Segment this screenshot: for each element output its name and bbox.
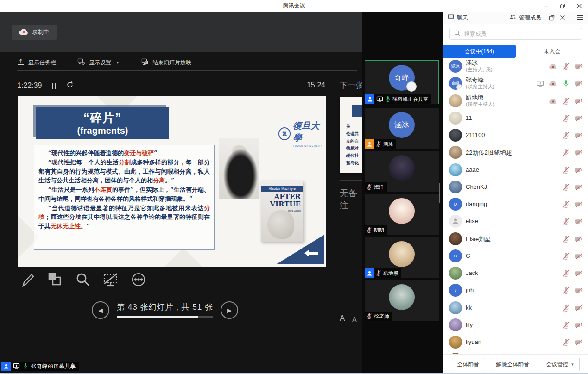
member-row[interactable]: Jjnh — [443, 282, 588, 299]
mic-muted-icon[interactable] — [562, 183, 570, 191]
camera-muted-icon[interactable] — [575, 166, 583, 174]
member-row[interactable] — [443, 351, 588, 354]
search-input[interactable] — [463, 30, 577, 37]
presenter-tool-0[interactable]: 显示任务栏 — [17, 58, 56, 67]
mic-muted-icon[interactable] — [562, 166, 570, 174]
mic-muted-icon[interactable] — [562, 62, 570, 70]
minimize-button[interactable] — [540, 1, 552, 11]
mic-muted-icon[interactable] — [562, 287, 570, 294]
camera-muted-icon[interactable] — [575, 200, 583, 208]
video-tile[interactable]: 趴地熊 — [365, 237, 439, 278]
pause-timer-button[interactable] — [52, 83, 56, 89]
member-list[interactable]: 涵冰涵冰(主持人, 我)奇峰张奇峰(联席主持人)趴地熊(联席主持人)112111… — [443, 58, 588, 354]
mic-muted-icon[interactable] — [562, 235, 570, 243]
member-row[interactable]: 涵冰涵冰(主持人, 我) — [443, 58, 588, 75]
camera-muted-icon[interactable] — [575, 338, 583, 346]
panel-menu-icon[interactable] — [574, 12, 585, 24]
mic-muted-icon[interactable] — [562, 97, 570, 105]
member-row[interactable]: liyuan — [443, 334, 588, 351]
mic-muted-icon[interactable] — [562, 114, 570, 122]
mic-muted-icon[interactable] — [562, 252, 570, 260]
camera-muted-icon[interactable] — [575, 321, 583, 329]
tab-chat[interactable]: 聊天 — [443, 12, 473, 24]
camera-muted-icon[interactable] — [575, 287, 583, 294]
camera-muted-icon[interactable] — [575, 62, 583, 70]
member-row[interactable]: 趴地熊(联席主持人) — [443, 93, 588, 110]
font-increase-button[interactable]: A — [340, 314, 345, 323]
video-tile[interactable]: 奇峰张奇峰正在共享 — [365, 60, 439, 104]
camera-muted-icon[interactable] — [575, 304, 583, 312]
screen-sharing-icon[interactable] — [536, 80, 544, 87]
member-row[interactable]: Ddanqing — [443, 196, 588, 213]
restart-timer-button[interactable] — [66, 81, 74, 90]
member-row[interactable]: Jack — [443, 265, 588, 282]
member-row[interactable]: 22新传2班鲍增超 — [443, 144, 588, 161]
camera-muted-icon[interactable] — [575, 218, 583, 225]
member-row[interactable]: elise — [443, 213, 588, 230]
video-tile[interactable]: 涵冰涵冰 — [365, 108, 439, 149]
member-row[interactable]: 211100 — [443, 127, 588, 144]
video-tile[interactable]: 徐老师 — [365, 280, 439, 321]
member-row[interactable]: Elsie刘星 — [443, 231, 588, 248]
camera-muted-icon[interactable] — [575, 149, 583, 156]
close-window-button[interactable] — [573, 1, 585, 11]
toolbar-divider — [17, 70, 357, 71]
pen-tool-button[interactable] — [19, 271, 36, 288]
video-tile[interactable]: 海洋 — [365, 151, 439, 192]
font-decrease-button[interactable]: A — [352, 316, 356, 323]
camera-muted-icon[interactable] — [575, 97, 583, 105]
member-row[interactable]: lily — [443, 317, 588, 334]
member-row[interactable]: GG — [443, 248, 588, 265]
video-strip-scrollbar[interactable] — [439, 183, 440, 203]
cloud-recording-icon[interactable] — [549, 80, 557, 87]
mic-muted-icon[interactable] — [562, 149, 570, 156]
member-row[interactable]: 奇峰张奇峰(联席主持人) — [443, 75, 588, 92]
previous-slide-button[interactable]: ◀ — [92, 301, 109, 319]
footer-button-0[interactable]: 全体静音 — [452, 358, 485, 371]
slide-sorter-button[interactable] — [46, 271, 64, 288]
member-row[interactable]: 11 — [443, 110, 588, 127]
video-tile[interactable]: 朗朗 — [365, 194, 439, 235]
close-panel-icon[interactable] — [557, 12, 568, 24]
presenter-tool-2[interactable]: 结束幻灯片放映 — [141, 58, 191, 67]
camera-muted-icon[interactable] — [575, 235, 583, 243]
seal-stamp — [406, 81, 417, 92]
footer-button-2[interactable]: 会议管控▼ — [541, 358, 580, 371]
mic-muted-icon[interactable] — [562, 321, 570, 329]
next-slide-button[interactable]: ▶ — [221, 301, 238, 319]
mic-muted-icon[interactable] — [562, 269, 570, 277]
cloud-recording-icon[interactable] — [549, 62, 557, 70]
filter-not-joined[interactable]: 未入会 — [516, 45, 588, 58]
member-row[interactable]: aaae — [443, 162, 588, 179]
more-options-button[interactable] — [130, 271, 147, 288]
cloud-recording-icon[interactable] — [549, 97, 557, 105]
macintyre-photo — [219, 138, 259, 199]
mic-muted-icon[interactable] — [562, 304, 570, 312]
mic-muted-icon[interactable] — [562, 218, 570, 225]
camera-muted-icon[interactable] — [575, 131, 583, 139]
camera-muted-icon[interactable] — [575, 80, 583, 87]
member-search-box[interactable] — [449, 28, 582, 40]
cloud-recording-icon — [19, 28, 28, 37]
presenter-tool-1[interactable]: 显示设置▼ — [77, 58, 120, 67]
restore-button[interactable] — [556, 1, 569, 11]
member-row[interactable]: ChenKJ — [443, 179, 588, 196]
mic-on-icon[interactable] — [562, 80, 570, 87]
mic-muted-icon[interactable] — [562, 338, 570, 346]
camera-muted-icon[interactable] — [575, 269, 583, 277]
camera-muted-icon[interactable] — [575, 114, 583, 122]
black-screen-button[interactable] — [102, 271, 120, 288]
filter-in-meeting[interactable]: 会议中(164) — [443, 45, 516, 58]
camera-muted-icon[interactable] — [575, 183, 583, 191]
popout-panel-icon[interactable] — [546, 12, 557, 24]
mic-muted-icon[interactable] — [562, 131, 570, 139]
avatar — [449, 301, 462, 314]
camera-muted-icon[interactable] — [575, 252, 583, 260]
zoom-tool-button[interactable] — [74, 271, 92, 288]
mic-muted-icon[interactable] — [562, 200, 570, 208]
avatar — [449, 146, 462, 159]
avatar: D — [449, 198, 462, 211]
member-row[interactable]: kk — [443, 299, 588, 317]
tab-manage-members[interactable]: 管理成员 — [505, 12, 546, 24]
footer-button-1[interactable]: 解除全体静音 — [491, 358, 535, 371]
